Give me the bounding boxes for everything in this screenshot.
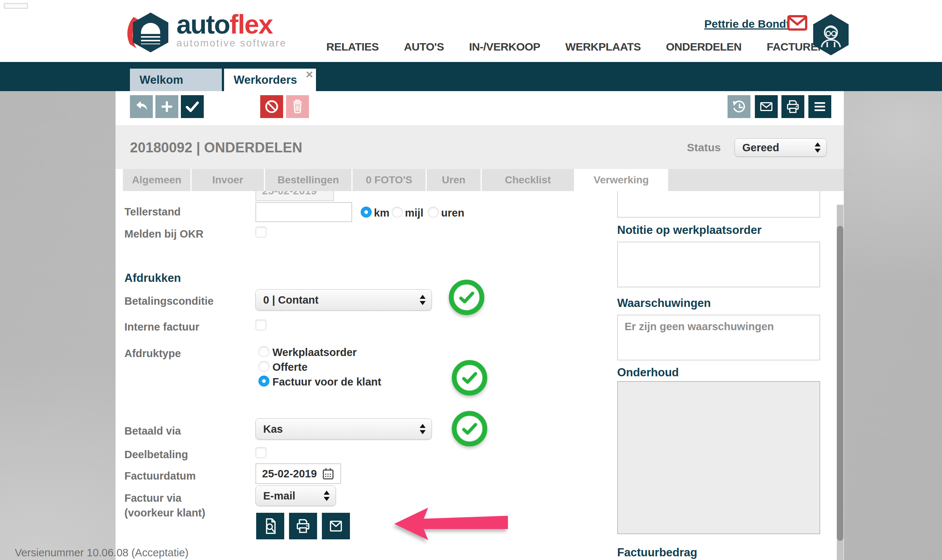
factuurdatum-input[interactable]: 25-02-2019 [256,463,341,484]
history-button[interactable] [728,95,751,118]
green-check-icon [457,288,476,307]
betalingsconditie-ok-badge [449,280,484,315]
afdruktype-offerte-label: Offerte [273,361,307,373]
subtab-invoer[interactable]: Invoer [191,169,264,191]
calendar-icon[interactable] [322,468,334,480]
cancel-order-button[interactable] [260,95,283,118]
select-stepper-icon [324,490,330,502]
select-stepper-icon [420,423,426,435]
notitie-heading: Notitie op werkplaatsorder [617,223,762,237]
add-button[interactable] [156,95,178,118]
afdruktype-werkplaatsorder-label: Werkplaatsorder [273,346,356,358]
waarschuwingen-box: Er zijn geen waarschuwingen [617,315,820,360]
main-nav: RELATIES AUTO'S IN-/VERKOOP WERKPLAATS O… [326,38,825,55]
melden-okr-label: Melden bij OKR [124,228,204,240]
afdruktype-werkplaatsorder-radio[interactable] [258,346,270,357]
print-button[interactable] [782,95,804,118]
deelbetaling-label: Deelbetaling [124,449,188,461]
green-check-icon [460,368,479,387]
notitie-textarea[interactable] [617,242,820,288]
subtab-verwerking[interactable]: Verwerking [575,169,668,191]
subtab-filler [668,169,844,191]
nav-onderdelen[interactable]: ONDERDELEN [666,41,742,53]
deelbetaling-checkbox[interactable] [256,447,267,458]
afdruktype-offerte-radio[interactable] [258,361,270,372]
tab-werkorders-label: Werkorders [234,74,297,86]
annotation-arrow-icon [394,507,509,541]
nav-autos[interactable]: AUTO'S [404,41,444,53]
record-titlebar: 20180092 | ONDERDELEN Status Gereed [116,125,844,169]
nav-werkplaats[interactable]: WERKPLAATS [566,41,641,53]
factuurbedrag-heading: Factuurbedrag [617,546,697,559]
interne-factuur-checkbox[interactable] [256,320,267,331]
preview-invoice-button[interactable] [256,513,284,539]
nav-relaties[interactable]: RELATIES [326,41,379,53]
tab-welkom-label: Welkom [140,74,183,86]
factuur-via-select[interactable]: E-mail [256,486,336,506]
tab-close-icon[interactable]: × [306,68,313,80]
mail-icon [326,517,345,535]
logo-text: autoflex automotive software [176,11,287,48]
mail-icon [757,98,775,115]
tellerstand-input[interactable] [256,202,352,222]
green-check-icon [460,419,479,438]
unit-mijl-radio[interactable] [392,206,403,218]
subtab-algemeen[interactable]: Algemeen [123,169,190,191]
betalingsconditie-select[interactable]: 0 | Contant [256,289,432,311]
print-icon [784,98,802,115]
subtab-uren[interactable]: Uren [427,169,481,191]
unit-km-radio[interactable] [361,206,372,218]
subtab-bar: Algemeen Invoer Bestellingen 0 FOTO'S Ur… [116,169,844,191]
interne-factuur-label: Interne factuur [124,321,199,333]
document-preview-icon [261,517,280,535]
app-header: autoflex automotive software RELATIES AU… [0,0,942,62]
user-mail-icon[interactable] [787,15,808,31]
email-invoice-button[interactable] [322,513,350,539]
unit-uren-label: uren [441,207,464,219]
onderhoud-textarea[interactable] [617,381,820,534]
top-note-textarea[interactable] [617,191,820,218]
subtab-bestellingen[interactable]: Bestellingen [265,169,352,191]
tellerstand-label: Tellerstand [124,206,181,218]
scrollbar-thumb[interactable] [837,226,843,541]
block-icon [263,98,281,115]
select-stepper-icon [815,142,820,153]
unit-km-label: km [374,207,389,219]
user-link[interactable]: Pettrie de Bondt [704,18,790,30]
unit-uren-radio[interactable] [428,206,439,218]
melden-okr-checkbox[interactable] [256,226,267,238]
factuurdatum-value: 25-02-2019 [262,468,317,480]
onderhoud-heading: Onderhoud [617,366,679,379]
status-value: Gereed [735,139,826,157]
status-select[interactable]: Gereed [735,138,827,157]
afdruktype-ok-badge [452,360,487,395]
betaald-via-value: Kas [256,419,432,439]
afdruktype-factuur-radio[interactable] [258,375,270,387]
status-label: Status [687,126,721,169]
menu-icon [811,98,829,115]
factuur-via-label: Factuur via [124,492,182,504]
user-avatar[interactable] [811,13,851,56]
print-icon [293,517,313,535]
tab-welkom[interactable]: Welkom [130,69,222,91]
print-invoice-button[interactable] [289,513,317,539]
delete-button[interactable] [286,95,309,118]
factuur-via-sublabel: (voorkeur klant) [124,507,205,519]
nav-in-verkoop[interactable]: IN-/VERKOOP [469,41,540,53]
confirm-button[interactable] [181,95,204,118]
subtab-fotos[interactable]: 0 FOTO'S [353,169,426,191]
betaald-via-label: Betaald via [124,425,181,437]
tab-werkorders[interactable]: Werkorders × [224,69,316,91]
subtab-checklist[interactable]: Checklist [482,169,574,191]
afdrukken-heading: Afdrukken [124,272,181,285]
trash-icon [289,98,306,115]
logo-word-flex: flex [230,9,273,39]
mail-button[interactable] [755,95,778,118]
werkorder-panel: 20180092 | ONDERDELEN Status Gereed Alge… [116,91,844,560]
history-icon [730,98,748,115]
check-icon [183,98,201,115]
menu-button[interactable] [808,95,831,118]
undo-button[interactable] [130,95,153,118]
logo: autoflex automotive software [124,11,287,55]
betaald-via-select[interactable]: Kas [256,418,432,440]
